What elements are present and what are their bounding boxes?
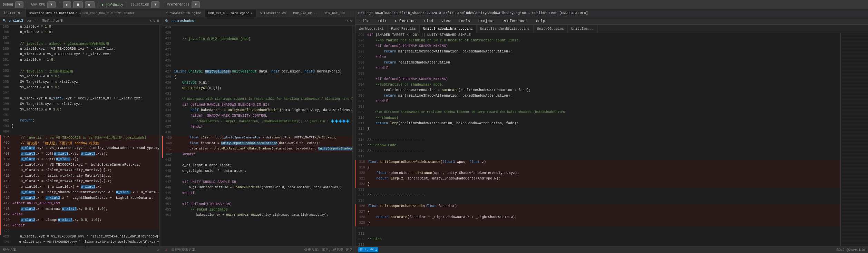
sublime-tab-unitystandard[interactable]: UnityStandardUtils.cginc <box>477 25 534 33</box>
table-row: 315// Shadow Fade <box>355 144 840 149</box>
table-row: 327{ <box>355 210 840 215</box>
tab-close-icon2[interactable]: ● <box>251 12 252 15</box>
menu-view[interactable]: View <box>439 18 452 24</box>
table-row: 447 #if UNITY_SHOULD_SAMPLE_SH <box>162 180 352 186</box>
table-row: 389 u_xlat10.xyz = VS_TEXCOORD8.xyz * u_… <box>0 47 159 52</box>
preferences-btn[interactable]: ▼ <box>192 1 200 8</box>
sublime-title: D:\Edge Downloads\builtin_shaders-2020.3… <box>358 11 865 15</box>
minimap-content <box>841 33 868 246</box>
sublime-panel: D:\Edge Downloads\builtin_shaders-2020.3… <box>355 10 868 253</box>
table-row: 330 <box>355 226 840 232</box>
table-row: 316// ------------------------- <box>355 149 840 155</box>
table-row: 390 u_xlat10.w = VS_TEXCOORD8.xyz * u_xl… <box>0 52 159 58</box>
table-row: 413 u_xlat4.z = hlslcc_mtx4x4unity_Matri… <box>0 179 159 185</box>
unity-toolbar: Debug ▼ Any CPU ▼ ▶ ⏸ ⏭ ▶ 扣给Unity Select… <box>0 0 868 10</box>
left-code-lines[interactable]: 385 u_xlat0.w = 1.0; 386 u_xlat0.w = 1.0… <box>0 25 159 246</box>
table-row: 317 <box>355 155 840 160</box>
menu-selection[interactable]: Selection <box>393 18 418 24</box>
menu-help[interactable]: Help <box>534 18 547 24</box>
table-row: 407 u_xlat3.xyz = VS_TEXCOORD8.xyz + (-u… <box>0 146 159 152</box>
sublime-tab-worklogs[interactable]: WorkLogs.txt <box>355 25 388 33</box>
center-bottom-right-text: 分辨方案: 项目, 然后是 定义 <box>304 247 352 252</box>
table-row: 303 #if defined(LIGHTMAP_SHADOW_MIXING) <box>355 77 840 83</box>
table-row: 312} <box>355 127 840 133</box>
sublime-tab-findresults[interactable]: Find Results <box>388 25 420 33</box>
toolbar-separator <box>27 2 27 8</box>
menu-preferences[interactable]: Preferences <box>500 18 530 24</box>
sublime-tab-unityshadow[interactable]: UnityShadowLibrary.cginc <box>420 25 477 33</box>
table-row: 298 return min(realtimeShadowAttenuation… <box>355 50 840 55</box>
sublime-tab-unitycg[interactable]: UnityCG.cginc <box>534 25 568 33</box>
tab-pbr-mra-op[interactable]: PBR_MRA_OP... <box>290 10 321 17</box>
tab-pbr-mra[interactable]: PBR_MRA_F...mmon.cginc ● <box>205 10 256 17</box>
table-row: 386 u_xlat0.w = 1.0; <box>0 30 159 36</box>
toolbar-separator2 <box>59 2 59 8</box>
table-row: 450 <box>162 197 352 202</box>
unity-step-btn[interactable]: ⏭ <box>85 1 95 8</box>
table-row: 408 u_xlat3.x = dot(u_xlat3.xyz, u_xlat3… <box>0 152 159 157</box>
search-count: 第9组，共26项 <box>42 19 63 23</box>
ln-col-indicator: 行 4, 列 1 <box>358 247 378 252</box>
table-row: 318float UnitComputeShadowFadeDistance(f… <box>355 160 840 166</box>
table-row: 324// ------------------------- <box>355 193 840 199</box>
tab-close-icon[interactable]: ● <box>79 12 81 15</box>
table-row: 328 return saturate(fadeDist * _LightSha… <box>355 215 840 221</box>
table-row: 313 <box>355 133 840 138</box>
table-row: 401 <box>0 113 159 119</box>
menu-file[interactable]: File <box>358 18 371 24</box>
sublime-tab-unityima[interactable]: UnityIma... <box>568 25 598 33</box>
left-bottom-bar: 整合方案 ⚠ <box>0 246 162 253</box>
left-code-container: 385 u_xlat0.w = 1.0; 386 u_xlat0.w = 1.0… <box>0 25 159 246</box>
unity-play-btn[interactable]: ▶ <box>63 1 71 8</box>
search-close-btn[interactable]: ✕ <box>157 19 159 23</box>
menu-project[interactable]: Project <box>476 18 496 24</box>
table-row: 425 <box>162 59 352 64</box>
table-row: 396 SV_Target8.w = 1.0; <box>0 86 159 91</box>
sublime-code-lines[interactable]: 295#if (SHADER_TARGET <= 20) || UNITY_ST… <box>355 33 840 246</box>
menu-find[interactable]: Find <box>422 18 435 24</box>
table-row: 419 <box>162 26 352 31</box>
tab-pbr-gat[interactable]: PBR_GAT_SSS <box>321 10 349 17</box>
center-search-icon: 🔍 <box>165 19 169 23</box>
table-row: 406 // 请说说: 「确认是」下面计算 shadow 相关的 <box>0 141 159 146</box>
tab-curveworld[interactable]: CurveWorldLib.cginc <box>162 10 205 17</box>
search-nav: ∧ ∨ ✕ <box>149 19 159 23</box>
table-row: 387 <box>0 36 159 41</box>
table-row: 428{ <box>162 75 352 81</box>
tab-buildscript[interactable]: BuildScript.cs <box>256 10 290 17</box>
table-row: 438 <box>162 130 352 136</box>
table-row: 308 <box>355 105 840 110</box>
cpu-btn[interactable]: ▼ <box>47 1 56 8</box>
table-row: 446 <box>162 175 352 180</box>
table-row: 403} <box>0 124 159 130</box>
table-row: 325 <box>355 199 840 204</box>
table-row: 321 return lerp(z, sphereDist, unity_Sha… <box>355 177 840 182</box>
table-row: 326float UnitComputeShadowFade(float fad… <box>355 204 840 210</box>
selection-btn[interactable]: ▼ <box>151 1 159 8</box>
table-row: 425 u_xlat18.xyz = VS_TEXCOORD8.zzz * hl… <box>0 246 159 246</box>
search-next-btn[interactable]: ∨ <box>153 19 156 23</box>
table-row: 440 float fadeDist = UnityComputeShadowF… <box>162 142 352 147</box>
tab-version[interactable]: #version 320 es Untitled-1 ● <box>26 10 81 17</box>
left-scrollbar[interactable] <box>159 25 162 246</box>
search-term: u_xlat3 <box>9 19 23 23</box>
table-row: 426 <box>162 64 352 70</box>
table-row: 305 realtimeShadowAttenuation = saturate… <box>355 88 840 94</box>
tab-ia-txt[interactable]: ia.txt 9+ <box>0 10 26 17</box>
center-bottom-text: 未找到搜索方案 <box>171 247 195 252</box>
table-row: 435 #ifdef _SHADOW_MASK_INTENSITY_CONTRO… <box>162 114 352 119</box>
unity-pause-btn[interactable]: ⏸ <box>73 1 83 8</box>
table-row: 421#endif <box>0 224 159 229</box>
search-prev-btn[interactable]: ∧ <box>149 19 152 23</box>
menu-tools[interactable]: Tools <box>457 18 472 24</box>
center-code-lines[interactable]: 419 420 421 // java.lin 自定义 DecodeRGB [E… <box>162 26 352 246</box>
center-scrollbar[interactable] <box>352 26 355 246</box>
table-row: 392 <box>0 64 159 69</box>
center-bottom-right: 分辨方案: 项目, 然后是 定义 <box>304 247 352 252</box>
table-row: 437 #endif <box>162 125 352 130</box>
table-row: 422 <box>0 229 159 235</box>
table-row: 307 #endif <box>355 99 840 105</box>
debug-btn[interactable]: ▼ <box>15 1 23 8</box>
menu-edit[interactable]: Edit <box>376 18 389 24</box>
selection-label: Selection <box>130 3 149 7</box>
